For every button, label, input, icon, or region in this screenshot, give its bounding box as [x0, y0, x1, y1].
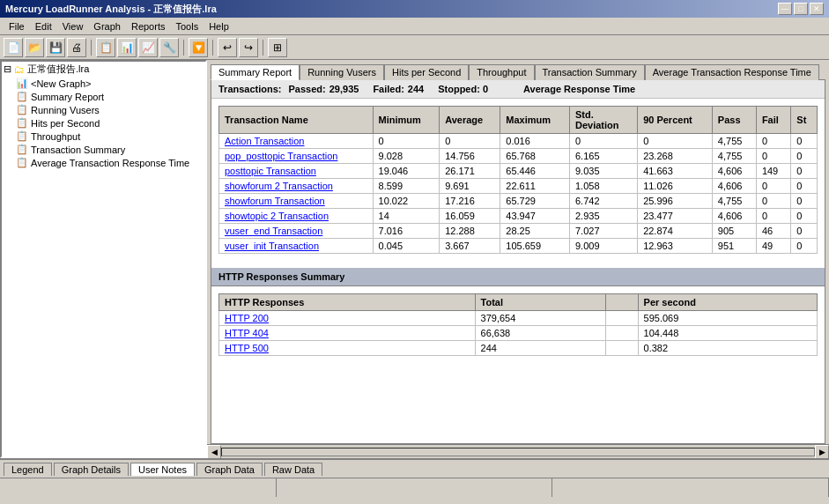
menu-tools[interactable]: Tools [170, 19, 204, 33]
trans-st-cell: 0 [791, 134, 818, 149]
menu-view[interactable]: View [57, 19, 89, 33]
passed-label: Passed: [289, 84, 326, 94]
trans-avg-cell: 0 [440, 134, 500, 149]
tab-running-vusers[interactable]: Running Vusers [300, 64, 384, 80]
filter-button[interactable]: 🔽 [189, 38, 208, 57]
minimize-button[interactable]: — [778, 3, 792, 15]
tab-graph-details[interactable]: Graph Details [54, 463, 129, 476]
redo-button[interactable]: ↪ [239, 38, 258, 57]
http-total-cell: 66,638 [475, 326, 605, 341]
table-row: posttopic Transaction 19.046 26.171 65.4… [219, 164, 818, 179]
title-bar: Mercury LoadRunner Analysis - 正常值报告.lra … [0, 0, 829, 18]
transaction-link[interactable]: posttopic Transaction [225, 166, 316, 176]
trans-avg-cell: 14.756 [440, 149, 500, 164]
tab-summary-report[interactable]: Summary Report [211, 64, 300, 80]
transaction-link[interactable]: pop_posttopic Transaction [225, 151, 337, 161]
tab-avg-transaction[interactable]: Average Transaction Response Time [645, 64, 819, 80]
new-button[interactable]: 📄 [4, 38, 23, 57]
trans-pass-cell: 4,606 [712, 209, 756, 224]
http-section-header: HTTP Responses Summary [211, 268, 825, 286]
doc-icon-summary: 📋 [16, 91, 28, 102]
tools-button[interactable]: 🔧 [159, 38, 179, 57]
http-persecond-cell: 104.448 [638, 326, 817, 341]
menu-file[interactable]: File [4, 19, 30, 33]
menu-edit[interactable]: Edit [30, 19, 57, 33]
trans-pass-cell: 4,606 [712, 179, 756, 194]
trans-name-cell[interactable]: showforum 2 Transaction [219, 179, 374, 194]
tab-raw-data[interactable]: Raw Data [264, 463, 322, 476]
scroll-right-button[interactable]: ▶ [815, 445, 829, 459]
http-table-row: HTTP 500 244 0.382 [219, 341, 818, 356]
menu-graph[interactable]: Graph [88, 19, 126, 33]
save-button[interactable]: 💾 [46, 38, 65, 57]
trans-name-cell[interactable]: posttopic Transaction [219, 164, 374, 179]
menu-bar: File Edit View Graph Reports Tools Help [0, 18, 829, 35]
transaction-link[interactable]: vuser_end Transaction [225, 226, 322, 236]
horizontal-scrollbar[interactable]: ◀ ▶ [207, 444, 829, 458]
tree-item-running[interactable]: 📋 Running Vusers [2, 103, 205, 116]
undo-button[interactable]: ↩ [218, 38, 237, 57]
trans-max-cell: 65.446 [500, 164, 570, 179]
menu-reports[interactable]: Reports [126, 19, 171, 33]
tree-item-avg-response[interactable]: 📋 Average Transaction Response Time [2, 156, 205, 169]
menu-help[interactable]: Help [204, 19, 234, 33]
tab-hits-per-second[interactable]: Hits per Second [384, 64, 469, 80]
scroll-left-button[interactable]: ◀ [207, 445, 221, 459]
scroll-track[interactable] [221, 448, 815, 456]
transaction-link[interactable]: vuser_init Transaction [225, 241, 319, 251]
trans-max-cell: 43.947 [500, 209, 570, 224]
tree-root[interactable]: ⊟ 🗂 正常值报告.lra [2, 62, 205, 77]
graph-button[interactable]: 📈 [138, 38, 158, 57]
trans-name-cell[interactable]: vuser_init Transaction [219, 239, 374, 254]
tab-graph-data[interactable]: Graph Data [196, 463, 263, 476]
tree-item-transaction-summary[interactable]: 📋 Transaction Summary [2, 143, 205, 156]
http-name-cell[interactable]: HTTP 500 [219, 341, 476, 356]
tab-user-notes[interactable]: User Notes [130, 463, 195, 476]
tree-item-hits[interactable]: 📋 Hits per Second [2, 116, 205, 130]
tab-throughput[interactable]: Throughput [469, 64, 534, 80]
trans-name-cell[interactable]: Action Transaction [219, 134, 374, 149]
trans-name-cell[interactable]: showtopic 2 Transaction [219, 209, 374, 224]
tree-label-summary: Summary Report [31, 92, 104, 102]
trans-name-cell[interactable]: pop_posttopic Transaction [219, 149, 374, 164]
http-link[interactable]: HTTP 500 [225, 343, 269, 353]
tree-item-new-graph[interactable]: 📊 <New Graph> [2, 77, 205, 90]
transaction-link[interactable]: showforum Transaction [225, 196, 325, 206]
tree-label-hits: Hits per Second [31, 118, 100, 129]
copy-button[interactable]: 📋 [96, 38, 115, 57]
failed-value: 244 [408, 84, 424, 94]
col-header-p90: 90 Percent [638, 107, 713, 134]
doc-icon-avg: 📋 [16, 157, 28, 168]
trans-st-cell: 0 [791, 164, 818, 179]
tree-item-summary[interactable]: 📋 Summary Report [2, 90, 205, 103]
http-link[interactable]: HTTP 200 [225, 313, 269, 323]
print-button[interactable]: 🖨 [67, 38, 86, 57]
trans-name-cell[interactable]: vuser_end Transaction [219, 224, 374, 239]
trans-p90-cell: 22.874 [638, 224, 713, 239]
maximize-button[interactable]: □ [794, 3, 808, 15]
doc-icon-hits: 📋 [16, 117, 28, 129]
status-bar [0, 478, 829, 497]
http-name-cell[interactable]: HTTP 404 [219, 326, 476, 341]
summary-header: Transactions: Passed: 29,935 Failed: 244… [211, 80, 825, 99]
tree-item-throughput[interactable]: 📋 Throughput [2, 130, 205, 143]
transaction-link[interactable]: showforum 2 Transaction [225, 181, 333, 191]
transaction-link[interactable]: Action Transaction [225, 136, 305, 146]
tab-transaction-summary[interactable]: Transaction Summary [535, 64, 645, 80]
trans-name-cell[interactable]: showforum Transaction [219, 194, 374, 209]
table-row: showforum Transaction 10.022 17.216 65.7… [219, 194, 818, 209]
transaction-link[interactable]: showtopic 2 Transaction [225, 211, 329, 221]
http-name-cell[interactable]: HTTP 200 [219, 311, 476, 326]
transaction-table: Transaction Name Minimum Average Maximum… [218, 106, 818, 254]
http-link[interactable]: HTTP 404 [225, 328, 269, 338]
http-table-section: HTTP Responses Total Per second HTTP 200… [211, 286, 825, 363]
filter2-button[interactable]: ⊞ [268, 38, 287, 57]
tab-legend[interactable]: Legend [4, 463, 52, 476]
http-persecond-cell: 0.382 [638, 341, 817, 356]
close-button[interactable]: ✕ [810, 3, 824, 15]
trans-std-cell: 9.035 [569, 164, 637, 179]
open-button[interactable]: 📂 [25, 38, 44, 57]
trans-pass-cell: 4,755 [712, 134, 756, 149]
toolbar: 📄 📂 💾 🖨 📋 📊 📈 🔧 🔽 ↩ ↪ ⊞ [0, 35, 829, 60]
chart-button[interactable]: 📊 [117, 38, 137, 57]
